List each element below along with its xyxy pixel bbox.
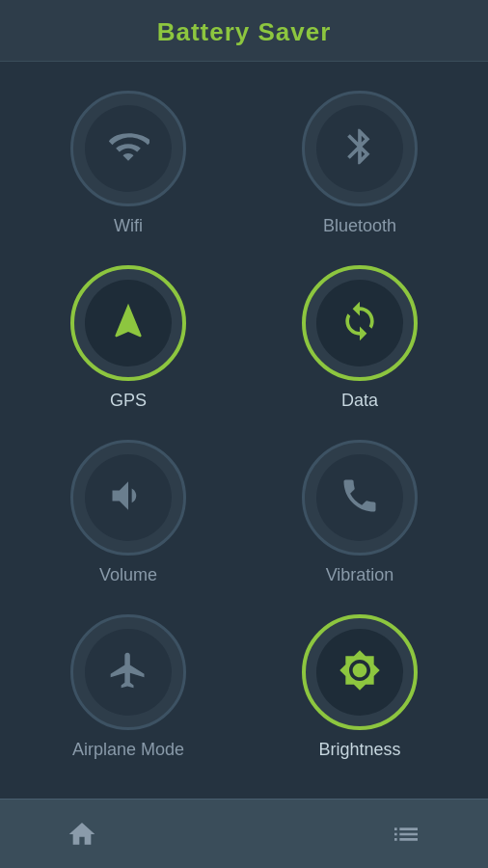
airplane-label: Airplane Mode: [72, 740, 184, 760]
bottom-nav: [0, 799, 488, 868]
data-circle-outer: [302, 265, 418, 381]
home-icon: [67, 819, 97, 850]
wifi-icon: [107, 125, 149, 172]
airplane-icon: [107, 649, 149, 695]
volume-icon: [107, 475, 149, 521]
airplane-circle-inner: [85, 629, 172, 716]
tile-wifi[interactable]: Wifi: [32, 91, 225, 236]
bluetooth-circle-outer: [302, 91, 418, 206]
brightness-label: Brightness: [318, 740, 400, 760]
tile-data[interactable]: Data: [263, 265, 456, 411]
brightness-circle-inner: [316, 629, 403, 716]
tile-volume[interactable]: Volume: [32, 440, 225, 585]
main-content: Wifi Bluetooth GPS: [0, 62, 488, 799]
airplane-circle-outer: [70, 614, 186, 730]
vibration-circle-inner: [316, 454, 403, 541]
brightness-icon: [339, 649, 381, 695]
volume-circle-outer: [70, 440, 186, 556]
brightness-circle-outer: [302, 614, 418, 730]
gps-label: GPS: [110, 391, 147, 411]
gps-circle-outer: [70, 265, 186, 381]
bluetooth-circle-inner: [316, 105, 403, 192]
wifi-label: Wifi: [114, 216, 143, 236]
tile-gps[interactable]: GPS: [32, 265, 225, 411]
list-icon: [391, 819, 421, 850]
wifi-circle-outer: [70, 91, 186, 206]
bluetooth-icon: [339, 125, 381, 172]
menu-button[interactable]: [382, 810, 430, 858]
gps-icon: [107, 300, 149, 346]
tile-grid: Wifi Bluetooth GPS: [32, 91, 456, 760]
tile-airplane[interactable]: Airplane Mode: [32, 614, 225, 760]
data-icon: [339, 300, 381, 346]
header: Battery Saver: [0, 0, 488, 62]
data-label: Data: [341, 391, 378, 411]
bluetooth-label: Bluetooth: [323, 216, 396, 236]
vibration-label: Vibration: [326, 565, 394, 585]
tile-bluetooth[interactable]: Bluetooth: [263, 91, 456, 236]
home-button[interactable]: [58, 810, 106, 858]
vibration-circle-outer: [302, 440, 418, 556]
tile-vibration[interactable]: Vibration: [263, 440, 456, 585]
data-circle-inner: [316, 280, 403, 366]
wifi-circle-inner: [85, 105, 172, 192]
gps-circle-inner: [85, 280, 172, 366]
vibration-icon: [339, 475, 381, 521]
volume-label: Volume: [99, 565, 157, 585]
page-title: Battery Saver: [157, 17, 332, 46]
volume-circle-inner: [85, 454, 172, 541]
tile-brightness[interactable]: Brightness: [263, 614, 456, 760]
